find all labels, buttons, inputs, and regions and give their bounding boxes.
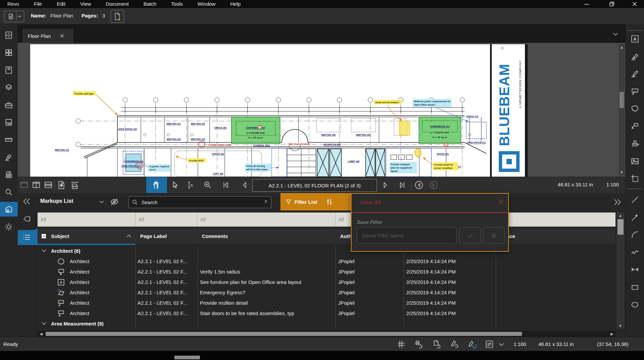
group-chevron-icon[interactable] — [42, 322, 47, 325]
markup-row[interactable]: A Architect A2.2.1 - LEVEL 02 F... See f… — [38, 277, 615, 287]
search-input[interactable] — [141, 196, 260, 208]
group-chevron-icon[interactable] — [42, 249, 47, 253]
menu-batch[interactable]: Batch — [136, 0, 164, 8]
filter-settings-sliders-icon[interactable] — [325, 197, 333, 206]
clear-all-button[interactable]: Clear All — [360, 199, 380, 205]
previous-page-icon[interactable] — [240, 181, 249, 189]
column-header-subject[interactable]: Subject — [51, 229, 131, 244]
title-chevron-down-icon[interactable] — [99, 200, 104, 204]
scroll-right-icon[interactable]: ▶ — [609, 332, 615, 336]
area-measurement-green-conference-b[interactable]: CONFERENCE 213 L = 23,672 mm A = 35 sq m — [419, 117, 461, 143]
previous-view-icon[interactable] — [415, 181, 423, 189]
markups-list-title[interactable]: Markups List — [40, 198, 73, 204]
hscroll-thumb[interactable] — [46, 332, 522, 336]
studio-button[interactable] — [0, 202, 18, 217]
filter-cell-subject[interactable]: All — [38, 213, 136, 227]
tool-chest-icon[interactable] — [4, 101, 13, 109]
file-access-icon[interactable] — [4, 31, 13, 40]
document-canvas[interactable]: CONFERENCE 207 L = 23,452 mm A = 60 sq m… — [18, 43, 625, 177]
cloud-tool-icon[interactable] — [631, 104, 639, 113]
polyline-tool-icon[interactable] — [631, 248, 639, 257]
status-chevron-down-icon[interactable] — [499, 343, 504, 347]
markup-row[interactable]: Architect A2.2.1 - LEVEL 02 F... Verify … — [38, 266, 615, 277]
grid-icon[interactable] — [397, 340, 406, 349]
markup-row-selected[interactable]: Architect A2.2.1 - LEVEL 02 F... Emergen… — [38, 287, 615, 298]
canvas-vscrollbar[interactable]: ▲ ▼ — [619, 44, 625, 175]
single-page-view-icon[interactable] — [20, 181, 29, 189]
snapshot-tool-icon[interactable] — [631, 174, 639, 183]
area-measurement-green-conference-a[interactable]: CONFERENCE 207 L = 23,452 mm A = 60 sq m — [231, 117, 280, 143]
scroll-down-icon[interactable]: ▼ — [618, 323, 623, 328]
image-tool-icon[interactable] — [631, 157, 639, 166]
group-row-area-measurement[interactable]: Area Measurement (9) — [38, 318, 615, 329]
collapse-panel-icon[interactable] — [22, 197, 31, 206]
menu-tools[interactable]: Tools — [164, 0, 190, 8]
sort-ascending-icon[interactable] — [126, 234, 131, 238]
filter-list-button[interactable]: Filter List — [285, 198, 317, 205]
snap-to-markup-icon[interactable] — [450, 340, 459, 349]
close-button[interactable] — [627, 0, 642, 8]
canvas-vscroll-thumb[interactable] — [620, 92, 624, 108]
filter-cell-space[interactable]: All — [496, 213, 615, 227]
tab-overflow-chevron-icon[interactable] — [613, 32, 618, 36]
rectangle-tool-icon[interactable] — [631, 283, 639, 292]
spaces-icon[interactable] — [4, 118, 13, 127]
pan-tool-button[interactable] — [146, 177, 167, 193]
scroll-up-icon[interactable]: ▲ — [619, 45, 625, 50]
fit-page-icon[interactable] — [57, 181, 66, 189]
column-header-comments[interactable]: Comments — [202, 229, 333, 244]
collapse-all-icon[interactable] — [41, 233, 47, 239]
yellow-highlight-rooms[interactable] — [399, 121, 421, 158]
pen-tool-icon[interactable] — [631, 69, 639, 78]
select-text-icon[interactable]: A — [186, 181, 195, 189]
filter-cell-comments[interactable]: All — [197, 213, 335, 227]
menu-help[interactable]: Help — [223, 0, 248, 8]
highlighter-tool-icon[interactable] — [631, 52, 639, 61]
menu-revu[interactable]: Revu — [0, 0, 26, 8]
previous-markup-icon[interactable] — [22, 215, 31, 223]
thumbnails-icon[interactable] — [4, 48, 13, 57]
markups-list-toggle-button[interactable] — [18, 230, 36, 245]
document-menu-button[interactable] — [4, 11, 24, 22]
expand-panel-icon[interactable] — [613, 198, 622, 206]
scroll-left-icon[interactable]: ◀ — [38, 332, 44, 336]
tab-floor-plan[interactable]: Floor Plan — [22, 29, 73, 43]
search-clear-icon[interactable]: x — [265, 198, 267, 204]
text-box-tool-icon[interactable]: A — [631, 35, 639, 43]
hide-markups-eye-icon[interactable] — [110, 197, 119, 206]
restore-button[interactable] — [604, 0, 620, 8]
search-icon[interactable] — [4, 188, 13, 196]
settings-gear-icon[interactable] — [4, 223, 13, 231]
cloud-callout-tool-icon[interactable] — [631, 87, 639, 96]
first-page-icon[interactable] — [221, 181, 230, 189]
menu-window[interactable]: Window — [190, 0, 223, 8]
markup-row[interactable]: Architect A2.2.1 - LEVEL 02 F... Provide… — [38, 298, 615, 308]
markups-vscrollbar[interactable]: ▲ ▼ — [616, 213, 625, 329]
arc-tool-icon[interactable] — [631, 230, 639, 239]
layers-icon[interactable] — [4, 83, 13, 92]
arrow-tool-icon[interactable] — [631, 213, 639, 222]
menu-document[interactable]: Document — [98, 0, 136, 8]
markup-reuse-icon[interactable] — [468, 340, 477, 349]
snap-to-grid-icon[interactable] — [414, 340, 423, 349]
tab-close-icon[interactable] — [60, 34, 64, 38]
menu-view[interactable]: View — [73, 0, 98, 8]
zoom-tool-icon[interactable] — [203, 181, 212, 189]
sync-views-icon[interactable] — [485, 340, 494, 349]
next-view-icon[interactable] — [429, 181, 438, 189]
scroll-up-icon[interactable]: ▲ — [618, 213, 623, 218]
fit-width-icon[interactable] — [70, 181, 79, 189]
menu-edit[interactable]: Edit — [49, 0, 73, 8]
split-vertical-view-icon[interactable] — [32, 181, 41, 189]
signatures-icon[interactable] — [4, 153, 13, 162]
markup-row[interactable]: Architect A2.2.1 - LEVEL 02 F... Stair d… — [38, 308, 615, 318]
stamp-tool-icon[interactable] — [631, 139, 639, 148]
bookmarks-icon[interactable] — [4, 66, 13, 74]
ellipse-tool-icon[interactable] — [631, 300, 639, 309]
scroll-down-icon[interactable]: ▼ — [619, 170, 625, 175]
markup-row[interactable]: Architect A2.2.1 - LEVEL 02 F... JPopiel… — [38, 256, 615, 266]
sets-icon[interactable] — [4, 170, 13, 179]
menu-file[interactable]: File — [26, 0, 49, 8]
page-setup-button[interactable] — [111, 10, 124, 23]
dialog-close-icon[interactable] — [498, 199, 504, 205]
